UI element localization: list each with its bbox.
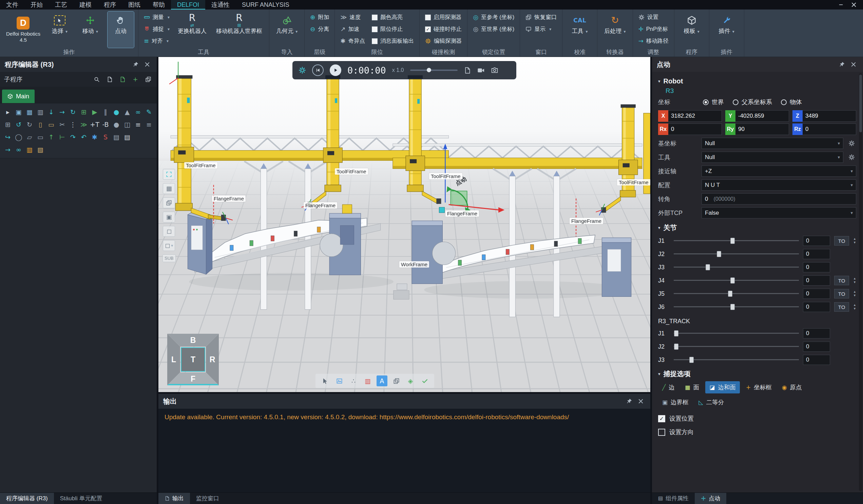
record-video-icon[interactable]	[477, 66, 485, 74]
snap-option[interactable]: ◺二等分	[695, 396, 728, 408]
center-panel-tab[interactable]: 监控窗口	[190, 493, 225, 504]
program-toolbar-icon[interactable]: ▲	[122, 107, 132, 117]
view-cube-face-top[interactable]: T	[181, 347, 205, 372]
program-toolbar-icon[interactable]: ⋮	[68, 119, 78, 129]
ribbon-button[interactable]: ⊕附加	[309, 12, 330, 22]
menu-item[interactable]: SURF ANALYSIS	[236, 0, 296, 10]
ribbon-button[interactable]: ≡对齐▾	[142, 36, 171, 46]
menu-item[interactable]: 连通性	[205, 0, 236, 10]
slider-knob[interactable]	[689, 357, 694, 363]
axis-value-input[interactable]: 3182.262	[668, 110, 722, 122]
to-button[interactable]: TO	[834, 302, 849, 312]
joint-value-input[interactable]: 0	[803, 249, 830, 259]
program-toolbar-icon[interactable]: ◫	[122, 119, 132, 129]
program-toolbar-icon[interactable]: ≡	[144, 119, 154, 129]
joint-value-input[interactable]: 0	[803, 328, 830, 339]
field-select[interactable]: Null▾	[701, 138, 843, 149]
snap-option[interactable]: ■面	[681, 381, 703, 393]
ribbon-button[interactable]: 显示▾	[524, 24, 558, 34]
program-toolbar-icon[interactable]: ∞	[133, 107, 143, 117]
program-toolbar-icon[interactable]: ↷	[68, 132, 78, 142]
slider-knob[interactable]	[705, 264, 710, 270]
joint-slider[interactable]	[674, 304, 799, 310]
points-button[interactable]: ∴	[348, 376, 359, 386]
ribbon-button[interactable]: 几何元 ▾	[273, 12, 300, 48]
right-panel-tab[interactable]: 点动	[695, 493, 726, 504]
spinner[interactable]: ▲▼	[853, 304, 856, 310]
joint-slider[interactable]	[674, 277, 799, 284]
program-toolbar-icon[interactable]: +T	[90, 119, 100, 129]
playback-settings-gear-icon[interactable]	[299, 66, 306, 74]
views-button[interactable]	[163, 198, 175, 208]
field-settings-button[interactable]	[847, 153, 856, 162]
section-button[interactable]: ◻▾	[163, 240, 175, 251]
program-toolbar-icon[interactable]: ↺	[14, 119, 24, 129]
scrollbar[interactable]	[859, 73, 862, 491]
program-toolbar-icon[interactable]: ▭	[35, 132, 46, 142]
ribbon-button[interactable]: ⊖分离	[309, 24, 330, 34]
program-toolbar-icon[interactable]: ●	[111, 119, 122, 129]
program-toolbar-icon[interactable]: ⊢	[57, 132, 67, 142]
program-toolbar-icon[interactable]: →	[57, 107, 67, 117]
to-button[interactable]: TO	[834, 289, 849, 299]
field-input[interactable]: 0(000000)	[701, 193, 856, 204]
program-toolbar-icon[interactable]: ◯	[14, 132, 24, 142]
ribbon-button[interactable]: 选择 ▾	[47, 12, 73, 48]
joint-value-input[interactable]: 0	[803, 289, 830, 299]
axis-value-input[interactable]: 0	[668, 124, 722, 135]
select-tool-button[interactable]	[320, 376, 330, 386]
plane-button[interactable]: ◻	[163, 226, 175, 237]
joint-slider[interactable]	[674, 357, 799, 363]
ribbon-button[interactable]: →移动路径	[637, 36, 670, 46]
center-panel-tab[interactable]: 输出	[159, 493, 190, 504]
ribbon-button[interactable]: 测量▾	[142, 12, 171, 22]
ribbon-button[interactable]: 启用探测器	[424, 12, 463, 22]
ribbon-button[interactable]: R⇄更换机器人	[175, 12, 209, 48]
program-toolbar-icon[interactable]: ≡	[133, 119, 143, 129]
program-tree-area[interactable]	[0, 159, 157, 492]
program-toolbar-icon[interactable]: ↶	[79, 132, 89, 142]
program-toolbar-icon[interactable]: ✂	[57, 119, 67, 129]
ribbon-button[interactable]: CAL工具 ▾	[566, 12, 593, 48]
joint-slider[interactable]	[674, 291, 799, 297]
field-settings-button[interactable]	[847, 139, 856, 148]
program-toolbar-icon[interactable]: ⊞	[3, 119, 13, 129]
search-button[interactable]	[92, 75, 101, 84]
output-log[interactable]: Update available. Current version: 4.5.0…	[159, 409, 650, 492]
ribbon-button[interactable]: 恢复窗口	[524, 12, 558, 22]
slider-knob[interactable]	[730, 238, 735, 244]
left-panel-tab[interactable]: Stäubli 单元配置	[54, 493, 109, 504]
program-toolbar-icon[interactable]: ▧	[35, 144, 46, 155]
program-toolbar-icon[interactable]: S	[100, 132, 111, 142]
close-button[interactable]	[849, 60, 858, 69]
ribbon-button[interactable]: 插件 ▾	[713, 12, 740, 48]
program-toolbar-icon[interactable]: ↑	[46, 132, 56, 142]
joint-slider[interactable]	[674, 330, 799, 337]
skip-to-start-button[interactable]	[312, 64, 324, 76]
snap-option[interactable]: +坐标框	[742, 381, 776, 393]
ribbon-button[interactable]: 编辑探测器	[424, 36, 463, 46]
screenshot-camera-icon[interactable]	[491, 66, 498, 74]
coordinate-radio[interactable]: 父系坐标系	[733, 98, 772, 106]
program-toolbar-icon[interactable]: ↻	[24, 119, 35, 129]
menu-item[interactable]: 图纸	[122, 0, 147, 10]
ribbon-button[interactable]: R⊞移动机器人世界框	[213, 12, 265, 48]
program-toolbar-icon[interactable]: ▸	[3, 107, 13, 117]
ribbon-button[interactable]: 点动	[108, 12, 134, 48]
section-joints[interactable]: ▾ 关节	[658, 223, 856, 232]
snap-checkbox[interactable]: 设置方向	[658, 428, 856, 436]
ribbon-button[interactable]: 颜色高亮	[371, 12, 415, 22]
section-robot[interactable]: ▾ Robot	[658, 77, 856, 85]
program-toolbar-icon[interactable]: ✱	[90, 132, 100, 142]
play-button[interactable]	[330, 64, 341, 76]
add-button[interactable]: +	[131, 75, 140, 84]
joint-value-input[interactable]: 0	[803, 236, 830, 246]
ribbon-button[interactable]: 移动 ▾	[77, 12, 103, 48]
axis-value-input[interactable]: 3489	[803, 110, 856, 122]
close-button[interactable]	[636, 396, 646, 406]
snap-option[interactable]: ╱边	[658, 381, 679, 393]
3d-scene[interactable]: 点动	[159, 57, 650, 392]
speed-slider-knob[interactable]	[427, 68, 431, 72]
axis-value-input[interactable]: 90	[736, 124, 789, 135]
ribbon-button[interactable]: 模板 ▾	[678, 12, 705, 48]
